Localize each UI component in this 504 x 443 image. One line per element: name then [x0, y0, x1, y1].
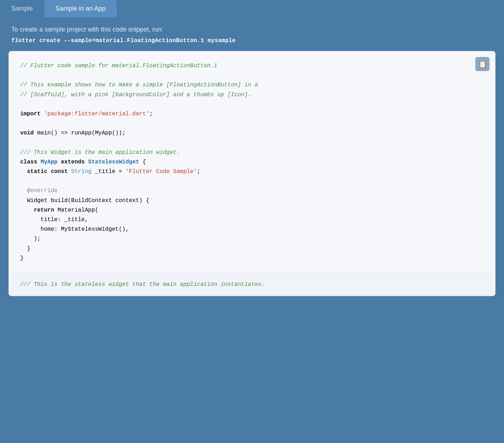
command-line: flutter create --sample=material.Floatin…	[11, 38, 493, 44]
code-block: // Flutter code sample for material.Floa…	[20, 61, 474, 263]
clipboard-icon: 📋	[478, 60, 487, 68]
header-section: To create a sample project with this cod…	[0, 17, 504, 51]
tab-sample-in-app[interactable]: Sample in an App	[44, 0, 117, 17]
code-area[interactable]: 📋 // Flutter code sample for material.Fl…	[9, 51, 495, 273]
footer-comment-bar: /// This is the stateless widget that th…	[9, 273, 495, 296]
code-container: 📋 // Flutter code sample for material.Fl…	[8, 51, 496, 296]
tab-sample[interactable]: Sample	[0, 0, 44, 17]
tab-bar: Sample Sample in an App	[0, 0, 504, 17]
header-description: To create a sample project with this cod…	[11, 26, 493, 33]
copy-button[interactable]: 📋	[475, 57, 489, 71]
footer-comment: /// This is the stateless widget that th…	[20, 280, 484, 289]
